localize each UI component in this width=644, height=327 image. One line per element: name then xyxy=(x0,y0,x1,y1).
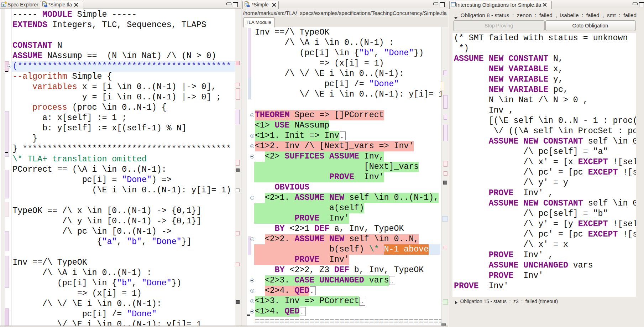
svg-text:T: T xyxy=(2,3,5,7)
